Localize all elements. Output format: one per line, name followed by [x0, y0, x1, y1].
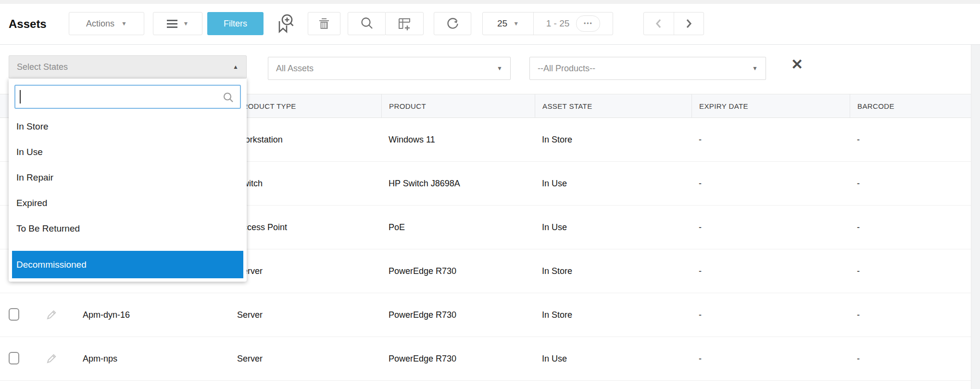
chevron-left-icon [653, 17, 665, 30]
actions-button-label: Actions [86, 19, 114, 29]
close-filters-button[interactable]: ✕ [791, 57, 803, 72]
cell-asset-state: In Store [535, 293, 691, 337]
option-expired[interactable]: Expired [9, 190, 247, 216]
pagination-group: 25 ▼ 1 - 25 ••• [482, 12, 613, 35]
table-row[interactable]: Apm-dyn-16 Server PowerEdge R730 In Stor… [0, 293, 971, 337]
edit-icon[interactable] [45, 308, 59, 321]
column-header-product[interactable]: PRODUCT [381, 94, 535, 117]
row-checkbox[interactable] [9, 352, 19, 364]
cell-expiry-date: - [691, 293, 850, 337]
chevron-down-icon: ▼ [183, 21, 189, 26]
new-custom-filter-button[interactable] [272, 12, 299, 35]
vertical-scrollbar-track[interactable] [971, 45, 980, 389]
column-header-asset-state[interactable]: ASSET STATE [535, 94, 691, 117]
cell-asset-name: Apm-nps [75, 337, 229, 380]
option-decommissioned[interactable]: Decommissioned [12, 251, 243, 278]
select-states-panel: In Store In Use In Repair Expired To Be … [9, 78, 247, 282]
chevron-down-icon: ▼ [513, 21, 519, 26]
page-top-strip [0, 0, 980, 4]
delete-button[interactable] [308, 12, 340, 35]
cell-asset-state: In Use [535, 162, 691, 205]
cell-product: PowerEdge R730 [381, 249, 535, 293]
select-states-dropdown[interactable]: Select States ▲ [9, 55, 247, 78]
search-icon [359, 16, 375, 31]
cell-product-type: Access Point [230, 206, 381, 249]
cell-expiry-date: - [691, 118, 850, 161]
cell-product-type: Server [230, 337, 381, 380]
column-header-expiry-date[interactable]: EXPIRY DATE [691, 94, 850, 117]
actions-button[interactable]: Actions ▼ [69, 12, 144, 35]
select-states-label: Select States [17, 62, 233, 72]
option-in-repair[interactable]: In Repair [9, 165, 247, 190]
filters-button-label: Filters [224, 19, 247, 29]
list-view-menu-button[interactable]: ▼ [153, 12, 202, 35]
cell-asset-state: In Use [535, 206, 691, 249]
refresh-button[interactable] [434, 12, 471, 35]
cell-product-type: Server [230, 293, 381, 337]
search-icon [222, 91, 235, 104]
cell-barcode: - [850, 162, 971, 205]
hamburger-icon [167, 20, 177, 28]
option-in-use[interactable]: In Use [9, 139, 247, 165]
product-dropdown[interactable]: --All Products-- ▼ [529, 57, 766, 80]
previous-page-button[interactable] [644, 13, 674, 35]
cell-product: PowerEdge R730 [381, 293, 535, 337]
column-header-product-type[interactable]: PRODUCT TYPE [230, 94, 381, 117]
product-value: --All Products-- [538, 64, 752, 74]
option-to-be-returned[interactable]: To Be Returned [9, 216, 247, 241]
cell-barcode: - [850, 249, 971, 293]
page-range-cell: 1 - 25 ••• [533, 13, 613, 35]
page-size-value: 25 [497, 18, 507, 29]
filters-button[interactable]: Filters [207, 12, 264, 35]
page-range-label: 1 - 25 [546, 18, 570, 29]
add-column-button[interactable] [385, 12, 424, 35]
cell-barcode: - [850, 293, 971, 337]
text-cursor [20, 90, 21, 104]
cell-asset-state: In Use [535, 337, 691, 380]
cell-product-type: Server [230, 249, 381, 293]
page-title: Assets [9, 17, 47, 31]
cell-barcode: - [850, 118, 971, 161]
asset-type-value: All Assets [276, 64, 497, 74]
toolbar: Assets Actions ▼ ▼ Filters [0, 4, 980, 45]
row-checkbox[interactable] [9, 308, 19, 321]
page-size-dropdown[interactable]: 25 ▼ [483, 13, 533, 35]
table-row[interactable]: Apm-nps Server PowerEdge R730 In Use - - [0, 337, 971, 381]
states-option-list: In Store In Use In Repair Expired To Be … [9, 114, 247, 278]
chevron-down-icon: ▼ [752, 65, 758, 71]
states-search-box [14, 85, 241, 109]
cell-asset-name: Apm-dyn-16 [75, 293, 229, 337]
cell-expiry-date: - [691, 206, 850, 249]
asset-type-dropdown[interactable]: All Assets ▼ [268, 57, 511, 80]
cell-asset-state: In Store [535, 249, 691, 293]
cell-expiry-date: - [691, 162, 850, 205]
cell-product-type: Workstation [230, 118, 381, 161]
add-column-icon [396, 15, 413, 32]
cell-product: HP Switch J8698A [381, 162, 535, 205]
magnifier-plus-ribbon-icon [275, 13, 297, 35]
cell-expiry-date: - [691, 249, 850, 293]
assets-page: { "page": { "title": "Assets" }, "icons"… [0, 0, 980, 389]
next-page-button[interactable] [674, 13, 704, 35]
states-search-input[interactable] [15, 86, 240, 108]
option-in-store[interactable]: In Store [9, 114, 247, 139]
refresh-icon [444, 15, 461, 32]
chevron-up-icon: ▲ [233, 64, 239, 70]
cell-barcode: - [850, 337, 971, 380]
chevron-down-icon: ▼ [121, 21, 127, 26]
column-header-barcode[interactable]: BARCODE [850, 94, 971, 117]
page-jump-button[interactable]: ••• [576, 15, 600, 32]
chevron-right-icon [682, 17, 695, 30]
trash-icon [316, 15, 332, 32]
cell-barcode: - [850, 206, 971, 249]
cell-product-type: Switch [230, 162, 381, 205]
cell-asset-state: In Store [535, 118, 691, 161]
cell-product: Windows 11 [381, 118, 535, 161]
search-button[interactable] [348, 12, 386, 35]
cell-expiry-date: - [691, 337, 850, 380]
edit-icon[interactable] [45, 351, 59, 365]
cell-product: PoE [381, 206, 535, 249]
page-nav-group [643, 12, 704, 35]
chevron-down-icon: ▼ [497, 65, 503, 71]
cell-product: PowerEdge R730 [381, 337, 535, 380]
